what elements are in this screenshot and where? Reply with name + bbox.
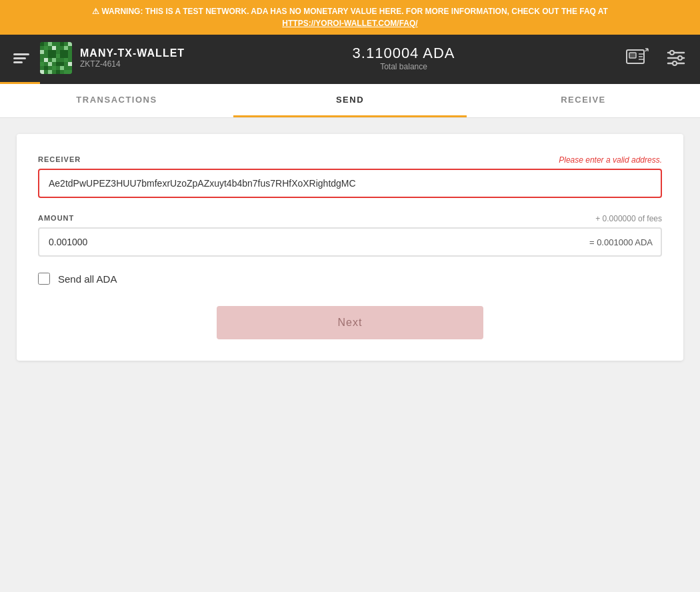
svg-rect-21 xyxy=(60,66,64,70)
svg-point-34 xyxy=(670,51,674,55)
send-card: RECEIVER Please enter a valid address. A… xyxy=(17,134,683,361)
svg-rect-9 xyxy=(48,50,56,58)
settings-icon-button[interactable] xyxy=(663,45,689,71)
warning-banner: ⚠ WARNING: THIS IS A TEST NETWORK. ADA H… xyxy=(0,0,700,35)
svg-rect-17 xyxy=(56,62,64,66)
app-logo-icon xyxy=(11,47,32,69)
nav-tabs: TRANSACTIONS SEND RECEIVE xyxy=(0,84,700,118)
svg-rect-8 xyxy=(40,50,44,54)
svg-rect-1 xyxy=(40,42,44,46)
balance-amount: 3.110004 ADA xyxy=(353,45,455,62)
svg-rect-6 xyxy=(52,46,56,50)
receiver-label: RECEIVER xyxy=(38,155,81,163)
svg-rect-19 xyxy=(44,66,48,70)
svg-rect-5 xyxy=(44,46,48,50)
svg-rect-11 xyxy=(56,54,60,58)
svg-rect-7 xyxy=(64,46,68,50)
svg-rect-25 xyxy=(64,70,72,74)
wallet-info: MANY-TX-WALLET ZKTZ-4614 xyxy=(11,42,185,74)
wallet-id: ZKTZ-4614 xyxy=(80,59,185,69)
tab-send[interactable]: SEND xyxy=(233,84,467,117)
svg-rect-4 xyxy=(68,42,72,46)
balance-label: Total balance xyxy=(353,62,455,71)
svg-rect-13 xyxy=(52,58,56,62)
send-receive-icon-button[interactable] xyxy=(623,43,652,73)
main-content: RECEIVER Please enter a valid address. A… xyxy=(0,118,700,592)
balance-section: 3.110004 ADA Total balance xyxy=(353,45,455,71)
svg-rect-24 xyxy=(56,70,60,74)
receiver-label-row: RECEIVER Please enter a valid address. xyxy=(38,155,662,165)
wallet-name: MANY-TX-WALLET xyxy=(80,47,185,59)
svg-rect-14 xyxy=(64,58,68,62)
wallet-avatar xyxy=(40,42,72,74)
tab-receive[interactable]: RECEIVE xyxy=(467,84,700,117)
svg-rect-18 xyxy=(68,62,72,66)
amount-input-row: = 0.001000 ADA xyxy=(38,227,662,257)
receiver-group: RECEIVER Please enter a valid address. xyxy=(38,155,662,198)
amount-input[interactable] xyxy=(38,227,662,257)
amount-fees: + 0.000000 of fees xyxy=(595,214,662,223)
receiver-input[interactable] xyxy=(38,169,662,198)
svg-rect-23 xyxy=(48,70,52,74)
amount-group: AMOUNT + 0.000000 of fees = 0.001000 ADA xyxy=(38,214,662,257)
send-all-row: Send all ADA xyxy=(38,273,662,285)
wallet-name-section: MANY-TX-WALLET ZKTZ-4614 xyxy=(80,47,185,69)
receiver-error: Please enter a valid address. xyxy=(559,155,662,165)
send-all-label[interactable]: Send all ADA xyxy=(58,273,117,285)
svg-rect-3 xyxy=(60,42,64,46)
amount-equivalent: = 0.001000 ADA xyxy=(589,237,653,247)
svg-point-36 xyxy=(673,61,677,65)
warning-text: ⚠ WARNING: THIS IS A TEST NETWORK. ADA H… xyxy=(92,7,608,16)
svg-point-35 xyxy=(678,56,682,60)
amount-label: AMOUNT xyxy=(38,214,74,222)
header-actions xyxy=(623,43,689,73)
svg-rect-22 xyxy=(40,70,44,74)
tab-transactions[interactable]: TRANSACTIONS xyxy=(0,84,233,117)
svg-rect-20 xyxy=(52,66,56,70)
warning-link[interactable]: HTTPS://YOROI-WALLET.COM/FAQ/ xyxy=(11,17,689,29)
svg-rect-10 xyxy=(60,50,68,58)
svg-rect-27 xyxy=(629,53,636,58)
next-button[interactable]: Next xyxy=(217,306,483,339)
amount-label-row: AMOUNT + 0.000000 of fees xyxy=(38,214,662,223)
svg-rect-15 xyxy=(40,62,44,66)
send-all-checkbox[interactable] xyxy=(38,273,50,285)
app-header: MANY-TX-WALLET ZKTZ-4614 3.110004 ADA To… xyxy=(0,35,700,81)
svg-rect-12 xyxy=(44,58,48,62)
header-underline xyxy=(0,81,700,84)
svg-rect-2 xyxy=(48,42,52,46)
svg-rect-16 xyxy=(48,62,52,66)
